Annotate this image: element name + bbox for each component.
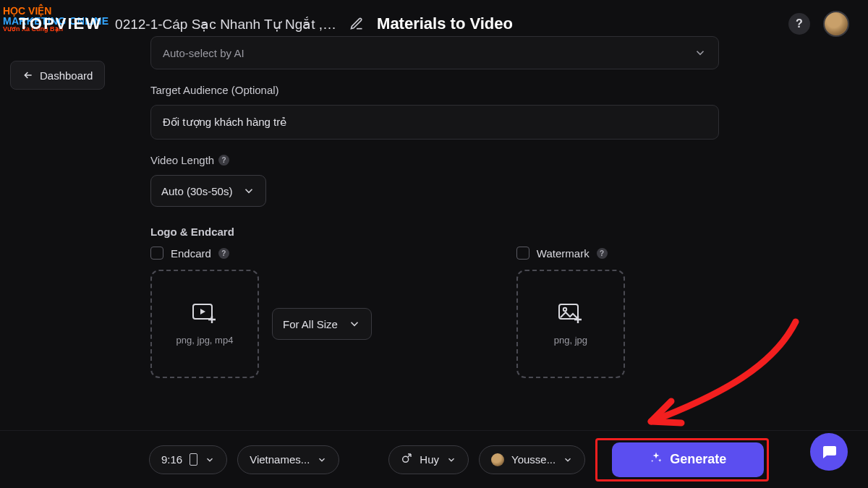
- endcard-size-dropdown[interactable]: For All Size: [272, 308, 372, 340]
- video-add-icon: [192, 303, 218, 328]
- watermark-label: Watermark: [537, 247, 590, 260]
- language-dropdown[interactable]: Vietnames...: [237, 445, 339, 474]
- chevron-down-icon: [205, 455, 215, 465]
- logo-endcard-label: Logo & Endcard: [150, 226, 719, 238]
- dashboard-label: Dashboard: [40, 69, 93, 82]
- watermark-checkbox[interactable]: [516, 247, 529, 260]
- endcard-label: Endcard: [171, 247, 211, 260]
- project-name[interactable]: 0212-1-Cáp Sạc Nhanh Tự Ngắt , D...: [115, 16, 339, 33]
- endcard-column: Endcard ? png, jpg, mp4: [150, 247, 372, 378]
- endcard-formats: png, jpg, mp4: [176, 335, 234, 346]
- image-add-icon: [558, 303, 584, 328]
- chevron-down-icon: [694, 46, 707, 59]
- endcard-size-value: For All Size: [283, 318, 338, 330]
- sparkle-icon: [650, 451, 663, 468]
- video-length-value: Auto (30s-50s): [161, 185, 232, 197]
- app-logo: TOPVIEW: [19, 14, 102, 33]
- voice-value: Huy: [420, 453, 439, 466]
- watermark-formats: png, jpg: [554, 335, 587, 346]
- help-icon[interactable]: ?: [597, 248, 608, 259]
- page-title: Materials to Video: [377, 14, 513, 33]
- dashboard-button[interactable]: Dashboard: [10, 61, 105, 90]
- phone-icon: [190, 453, 197, 466]
- audience-input[interactable]: Đối tượng khách hàng trẻ: [150, 105, 719, 140]
- chevron-down-icon: [348, 317, 361, 330]
- form-panel: Auto-select by AI Target Audience (Optio…: [150, 35, 719, 393]
- video-length-dropdown[interactable]: Auto (30s-50s): [150, 175, 266, 207]
- chevron-down-icon: [563, 455, 573, 465]
- voice-dropdown[interactable]: Huy: [388, 445, 469, 474]
- edit-icon[interactable]: [349, 17, 364, 31]
- chevron-down-icon: [446, 455, 456, 465]
- watermark-upload[interactable]: png, jpg: [516, 270, 625, 378]
- chat-fab[interactable]: [810, 433, 848, 471]
- user-avatar[interactable]: [823, 11, 849, 37]
- endcard-checkbox[interactable]: [150, 247, 163, 260]
- chat-icon: [820, 443, 838, 461]
- language-value: Vietnames...: [250, 453, 310, 466]
- male-icon: [401, 453, 412, 466]
- bottom-bar: 9:16 Vietnames... Huy Yousse... Generate: [0, 430, 868, 488]
- svg-point-3: [403, 456, 409, 462]
- audience-value: Đối tượng khách hàng trẻ: [163, 116, 286, 129]
- avatar-model-dropdown[interactable]: Yousse...: [479, 445, 585, 474]
- chevron-down-icon: [317, 455, 327, 465]
- watermark-column: Watermark ? png, jpg: [516, 247, 625, 378]
- arrow-left-icon: [22, 69, 34, 81]
- generate-button[interactable]: Generate: [612, 442, 764, 477]
- audience-label: Target Audience (Optional): [150, 84, 719, 96]
- ai-select-dropdown[interactable]: Auto-select by AI: [150, 36, 719, 69]
- avatar-model-value: Yousse...: [511, 453, 556, 466]
- aspect-value: 9:16: [161, 453, 182, 466]
- help-icon[interactable]: ?: [218, 155, 229, 166]
- svg-point-2: [563, 307, 566, 310]
- endcard-upload[interactable]: png, jpg, mp4: [150, 270, 259, 378]
- generate-label: Generate: [670, 452, 726, 467]
- ai-select-value: Auto-select by AI: [163, 47, 244, 59]
- aspect-ratio-dropdown[interactable]: 9:16: [149, 445, 227, 474]
- chevron-down-icon: [242, 184, 255, 197]
- help-button[interactable]: ?: [788, 13, 810, 35]
- video-length-label: Video Length ?: [150, 154, 719, 166]
- avatar-thumb-icon: [491, 453, 504, 466]
- generate-highlight-box: Generate: [595, 438, 769, 481]
- help-icon[interactable]: ?: [218, 248, 229, 259]
